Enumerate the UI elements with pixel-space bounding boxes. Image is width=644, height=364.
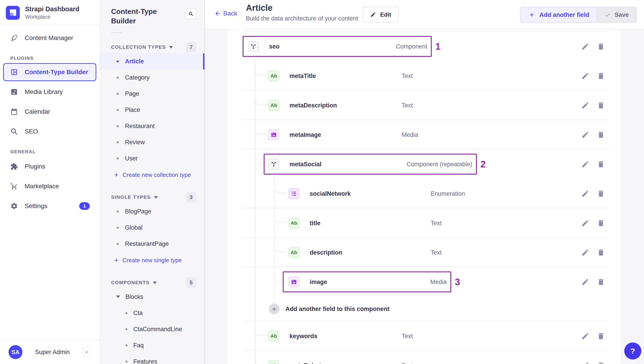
sidebar-item-place[interactable]: Place [100, 102, 204, 118]
nav-item-plugins[interactable]: Plugins [0, 157, 100, 176]
save-button[interactable]: Save [597, 7, 637, 23]
field-row-metaimage: metaImage Media [228, 120, 621, 149]
calendar-icon [10, 108, 18, 115]
text-field-icon: Ab [288, 218, 299, 229]
sidebar-item-features[interactable]: Features [100, 353, 204, 364]
components-header[interactable]: COMPONENTS 5 [111, 277, 196, 288]
app-window: Strapi Dashboard Workplace Content Manag… [0, 0, 644, 364]
edit-field-button[interactable] [581, 43, 589, 51]
delete-field-button[interactable] [597, 219, 605, 227]
feather-pen-icon [10, 34, 18, 42]
delete-field-button[interactable] [597, 101, 605, 109]
delete-field-button[interactable] [597, 72, 605, 80]
delete-field-button[interactable] [597, 190, 605, 198]
field-row-socialnetwork: socialNetwork Enumeration [228, 179, 621, 208]
nav-item-settings[interactable]: Settings 1 [0, 196, 100, 216]
edit-field-button[interactable] [581, 190, 589, 198]
edit-field-button[interactable] [581, 278, 589, 286]
nav-item-label: Content Manager [25, 34, 73, 42]
collection-types-count: 7 [186, 42, 196, 52]
delete-field-button[interactable] [597, 361, 605, 364]
field-name: metaDescription [290, 102, 337, 109]
add-another-field-button[interactable]: Add another field [520, 7, 598, 23]
bullet-icon [117, 141, 119, 143]
annotation-number: 2 [480, 159, 486, 170]
field-row-keywords: Ab keywords Text [228, 321, 621, 351]
fields-card: 1 seo Component Ab metaTitle Text [228, 30, 621, 364]
delete-field-button[interactable] [597, 43, 605, 51]
nav-item-label: Content-Type Builder [25, 69, 88, 76]
bullet-icon [117, 93, 119, 95]
sidebar-item-blogpage[interactable]: BlogPage [100, 203, 204, 220]
collapse-sidebar-button[interactable] [82, 346, 91, 358]
edit-field-button[interactable] [581, 219, 589, 227]
field-type: Text [402, 102, 413, 109]
bullet-icon [126, 361, 128, 363]
single-types-count: 3 [186, 192, 196, 203]
field-row-metarobots: Ab metaRobots Text [228, 351, 621, 364]
help-button[interactable]: ? [624, 342, 641, 359]
edit-field-button[interactable] [581, 361, 589, 364]
text-field-icon: Ab [268, 331, 279, 341]
plus-icon: + [114, 171, 118, 178]
create-single-type-link[interactable]: + Create new single type [100, 252, 204, 269]
sidebar-item-article[interactable]: Article [100, 53, 204, 69]
nav-item-marketplace[interactable]: Marketplace [0, 176, 100, 196]
annotation-box-2 [264, 154, 477, 174]
chevron-down-icon [154, 196, 158, 199]
sidebar-item-review[interactable]: Review [100, 134, 204, 150]
plus-circle-button[interactable]: + [269, 304, 280, 314]
field-type: Enumeration [430, 190, 465, 197]
nav-item-content-manager[interactable]: Content Manager [0, 28, 100, 48]
sidebar-item-global[interactable]: Global [100, 220, 204, 236]
add-field-to-component-label[interactable]: Add another field to this component [286, 306, 389, 312]
bullet-icon [117, 227, 119, 229]
arrow-left-icon [214, 10, 221, 17]
single-types-header[interactable]: SINGLE TYPES 3 [111, 192, 196, 203]
search-button[interactable] [186, 9, 196, 19]
nav-item-seo[interactable]: SEO [0, 122, 100, 141]
collection-types-header[interactable]: COLLECTION TYPES 7 [111, 42, 196, 52]
nav-item-calendar[interactable]: Calendar [0, 102, 100, 122]
edit-field-button[interactable] [581, 160, 589, 168]
delete-field-button[interactable] [597, 249, 605, 257]
panel-title: Content-Type Builder [111, 7, 178, 26]
annotation-number: 3 [455, 277, 460, 287]
sidebar-item-category[interactable]: Category [100, 69, 204, 86]
sidebar-item-user[interactable]: User [100, 150, 204, 166]
edit-field-button[interactable] [581, 72, 589, 80]
delete-field-button[interactable] [597, 160, 605, 168]
content-type-builder-panel: Content-Type Builder COLLECTION TYPES 7 … [100, 0, 205, 364]
field-type: Text [430, 249, 442, 256]
edit-field-button[interactable] [581, 332, 589, 340]
edit-field-button[interactable] [581, 101, 589, 109]
annotation-number: 1 [435, 41, 440, 52]
nav-item-media-library[interactable]: Media Library [0, 82, 100, 102]
avatar[interactable]: SA [8, 345, 22, 359]
delete-field-button[interactable] [597, 131, 605, 139]
create-collection-type-link[interactable]: + Create new collection type [100, 166, 204, 183]
sidebar-item-cta[interactable]: Cta [100, 305, 204, 321]
sidebar-item-page[interactable]: Page [100, 86, 204, 102]
edit-field-button[interactable] [581, 249, 589, 257]
back-button[interactable]: Back [214, 10, 237, 17]
text-field-icon: Ab [268, 71, 279, 81]
page-subtitle: Build the data architecture of your cont… [246, 15, 358, 22]
delete-field-button[interactable] [597, 278, 605, 286]
component-category-blocks[interactable]: Blocks [100, 289, 204, 305]
edit-button[interactable]: Edit [362, 7, 399, 23]
bullet-icon [117, 243, 119, 245]
edit-field-button[interactable] [581, 131, 589, 139]
bullet-icon [117, 77, 119, 79]
sidebar-item-restaurantpage[interactable]: RestaurantPage [100, 236, 204, 252]
field-row-metadescription: Ab metaDescription Text [228, 91, 621, 120]
sidebar-item-restaurant[interactable]: Restaurant [100, 118, 204, 134]
sidebar-item-ctacommandline[interactable]: CtaCommandLine [100, 321, 204, 337]
enumeration-field-icon [288, 188, 299, 199]
field-name: description [310, 249, 342, 256]
nav-item-content-type-builder[interactable]: Content-Type Builder [3, 63, 96, 81]
field-row-metasocial: 2 metaSocial Component (repeatable) [228, 149, 621, 179]
field-row-image: 3 image Media [228, 267, 621, 297]
delete-field-button[interactable] [597, 332, 605, 340]
sidebar-item-faq[interactable]: Faq [100, 337, 204, 353]
